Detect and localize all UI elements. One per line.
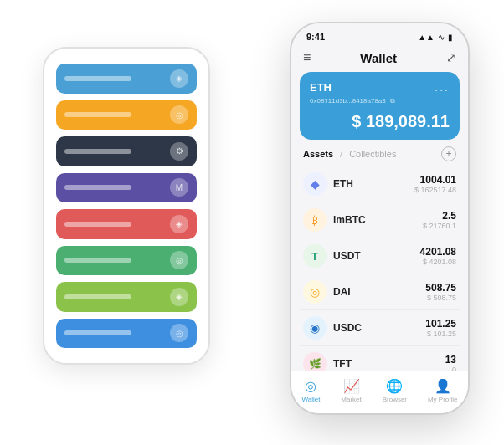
tab-assets[interactable]: Assets [303,149,333,159]
imbtc-usd-amount: $ 21760.1 [423,222,456,230]
asset-amounts-dai: 508.75 $ 508.75 [425,282,456,302]
card-line [64,149,131,154]
phone-header: ≡ Wallet ⤢ [291,45,468,72]
page-title: Wallet [360,51,397,65]
nav-browser[interactable]: 🌐 Browser [383,378,407,403]
battery-icon: ▮ [448,33,453,42]
list-item[interactable]: ◎ [56,100,197,130]
eth-card-more-icon[interactable]: ... [435,80,450,94]
list-item[interactable]: ◈ [56,64,197,94]
usdt-primary-amount: 4201.08 [420,246,456,258]
asset-row-usdc[interactable]: ◉ USDC 101.25 $ 101.25 [300,310,460,346]
status-time: 9:41 [306,32,325,42]
nav-market[interactable]: 📈 Market [341,378,361,403]
imbtc-logo: ₿ [303,208,327,232]
asset-row-tft[interactable]: 🌿 TFT 13 0 [300,346,460,371]
card-line [64,258,131,263]
usdt-usd-amount: $ 4201.08 [420,258,456,266]
dai-usd-amount: $ 508.75 [425,294,456,302]
tft-logo: 🌿 [303,352,327,371]
background-phone: ◈ ◎ ⚙ M ◈ ◎ ◈ ◎ [43,47,210,365]
card-icon: ◈ [170,288,188,306]
eth-primary-amount: 1004.01 [414,174,456,186]
card-icon: ◈ [170,215,188,233]
asset-name-usdc: USDC [333,322,425,334]
market-nav-label: Market [341,396,361,403]
asset-amounts-tft: 13 0 [445,354,456,371]
asset-amounts-usdc: 101.25 $ 101.25 [425,318,456,338]
asset-name-imbtc: imBTC [333,214,423,226]
asset-amounts-usdt: 4201.08 $ 4201.08 [420,246,456,266]
dai-primary-amount: 508.75 [425,282,456,294]
card-line [64,294,131,299]
foreground-phone: 9:41 ▲▲ ∿ ▮ ≡ Wallet ⤢ ETH ... 0x08711d3… [290,22,470,415]
browser-nav-icon: 🌐 [386,378,403,394]
usdc-usd-amount: $ 101.25 [425,330,456,338]
menu-icon[interactable]: ≡ [303,50,311,65]
card-line [64,330,131,335]
wallet-nav-label: Wallet [301,396,320,403]
eth-ticker: ETH [310,81,332,94]
card-icon: ◎ [170,324,188,342]
card-icon: ⚙ [170,142,188,161]
asset-name-tft: TFT [333,358,445,370]
asset-amounts-eth: 1004.01 $ 162517.48 [414,174,456,194]
tab-divider: / [340,149,342,159]
status-bar: 9:41 ▲▲ ∿ ▮ [291,23,468,45]
market-nav-icon: 📈 [343,378,360,394]
list-item[interactable]: ◎ [56,319,197,349]
usdc-primary-amount: 101.25 [425,318,456,330]
asset-list: ◆ ETH 1004.01 $ 162517.48 ₿ imBTC 2.5 $ … [291,166,468,371]
assets-header: Assets / Collectibles + [291,146,468,166]
browser-nav-label: Browser [383,396,407,403]
asset-row-eth[interactable]: ◆ ETH 1004.01 $ 162517.48 [300,166,460,202]
copy-icon[interactable]: ⧉ [390,97,395,105]
eth-card-header: ETH ... [310,80,450,94]
asset-name-eth: ETH [333,178,414,190]
asset-amounts-imbtc: 2.5 $ 21760.1 [423,210,456,230]
usdt-logo: T [303,244,327,268]
card-icon: ◎ [170,251,188,269]
card-icon: ◎ [170,105,188,124]
status-icons: ▲▲ ∿ ▮ [418,33,453,42]
eth-card[interactable]: ETH ... 0x08711d3b...8418a78a3 ⧉ $ 189,0… [300,72,460,140]
eth-address: 0x08711d3b...8418a78a3 ⧉ [310,97,450,105]
asset-row-imbtc[interactable]: ₿ imBTC 2.5 $ 21760.1 [300,202,460,238]
list-item[interactable]: ◈ [56,209,197,239]
list-item[interactable]: M [56,173,197,203]
add-asset-button[interactable]: + [441,146,456,161]
card-icon: M [170,178,188,197]
asset-name-usdt: USDT [333,250,420,262]
list-item[interactable]: ⚙ [56,136,197,166]
assets-tabs: Assets / Collectibles [303,149,396,159]
profile-nav-icon: 👤 [435,378,451,394]
card-line [64,222,131,227]
asset-row-dai[interactable]: ◎ DAI 508.75 $ 508.75 [300,274,460,310]
eth-usd-amount: $ 162517.48 [414,186,456,194]
card-line [64,185,131,190]
card-line [64,76,131,81]
profile-nav-label: My Profile [428,396,458,403]
eth-logo: ◆ [303,172,327,196]
tft-primary-amount: 13 [445,354,456,366]
wallet-nav-icon: ◎ [305,378,316,394]
expand-icon[interactable]: ⤢ [446,51,456,64]
wifi-icon: ∿ [438,33,445,42]
card-line [64,112,131,117]
nav-profile[interactable]: 👤 My Profile [428,378,458,403]
dai-logo: ◎ [303,280,327,304]
usdc-logo: ◉ [303,316,327,340]
eth-balance: $ 189,089.11 [310,112,450,131]
asset-name-dai: DAI [333,286,425,298]
asset-row-usdt[interactable]: T USDT 4201.08 $ 4201.08 [300,238,460,274]
imbtc-primary-amount: 2.5 [423,210,456,222]
list-item[interactable]: ◎ [56,246,197,276]
bottom-nav: ◎ Wallet 📈 Market 🌐 Browser 👤 My Profile [291,371,468,413]
card-icon: ◈ [170,69,188,88]
nav-wallet[interactable]: ◎ Wallet [301,378,320,403]
signal-icon: ▲▲ [418,33,435,42]
list-item[interactable]: ◈ [56,282,197,312]
scene: ◈ ◎ ⚙ M ◈ ◎ ◈ ◎ [18,13,486,432]
tab-collectibles[interactable]: Collectibles [349,149,396,159]
